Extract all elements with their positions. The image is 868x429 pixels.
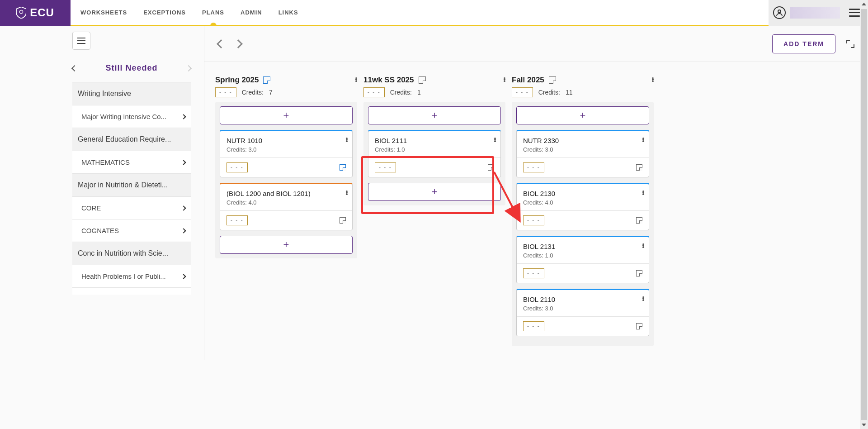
- credits-label: Credits:: [538, 89, 560, 96]
- sidebar-item[interactable]: Advanced Vitamins and Mi...: [72, 288, 191, 295]
- nav-admin[interactable]: ADMIN: [241, 0, 262, 25]
- course-card[interactable]: NUTR 2330 Credits: 3.0 - - -: [516, 130, 649, 177]
- add-course-button[interactable]: +: [220, 236, 353, 254]
- course-title: NUTR 1010: [226, 137, 346, 144]
- sidebar-group[interactable]: Major in Nutrition & Dieteti...: [72, 174, 191, 197]
- next-term-button[interactable]: [234, 39, 243, 48]
- status-box[interactable]: - - -: [523, 268, 544, 278]
- nav-exceptions[interactable]: EXCEPTIONS: [143, 0, 186, 25]
- term-menu-button[interactable]: [504, 76, 505, 84]
- add-course-button[interactable]: +: [368, 106, 501, 124]
- note-icon[interactable]: [263, 76, 270, 84]
- course-card[interactable]: BIOL 2110 Credits: 3.0 - - -: [516, 289, 649, 336]
- note-icon[interactable]: [419, 76, 426, 84]
- sidebar-group[interactable]: Conc in Nutrition with Scie...: [72, 242, 191, 265]
- course-title: BIOL 2131: [523, 243, 642, 250]
- page-scrollbar[interactable]: [860, 0, 868, 360]
- add-course-button[interactable]: +: [368, 183, 501, 201]
- sidebar-group[interactable]: General Education Require...: [72, 128, 191, 151]
- course-credits: Credits: 3.0: [226, 146, 346, 153]
- course-menu-button[interactable]: [494, 136, 496, 144]
- course-menu-button[interactable]: [642, 189, 644, 197]
- course-title: BIOL 2130: [523, 190, 642, 197]
- next-section-button[interactable]: [185, 65, 192, 71]
- sidebar-item[interactable]: COGNATES: [72, 219, 191, 242]
- sidebar-title: Still Needed: [105, 63, 157, 73]
- status-box[interactable]: - - -: [363, 87, 385, 97]
- course-title: BIOL 2111: [375, 137, 494, 144]
- prev-section-button[interactable]: [71, 65, 78, 71]
- sidebar-scroll[interactable]: Writing Intensive Major Writing Intensiv…: [72, 82, 191, 295]
- status-box[interactable]: - - -: [523, 215, 544, 225]
- note-icon[interactable]: [636, 323, 642, 329]
- status-box[interactable]: - - -: [375, 162, 396, 172]
- sidebar-item[interactable]: MATHEMATICS: [72, 151, 191, 174]
- status-box[interactable]: - - -: [523, 162, 544, 172]
- sidebar-group[interactable]: Writing Intensive: [72, 82, 191, 105]
- add-term-button[interactable]: ADD TERM: [772, 34, 835, 53]
- credits-label: Credits:: [390, 89, 412, 96]
- note-icon[interactable]: [549, 76, 556, 84]
- plus-icon: +: [283, 239, 289, 251]
- add-course-button[interactable]: +: [516, 106, 649, 124]
- sidebar-item[interactable]: CORE: [72, 197, 191, 219]
- term-title: Fall 2025: [512, 76, 544, 85]
- sidebar-item-label: Health Problems I or Publi...: [81, 272, 182, 280]
- status-box[interactable]: - - -: [215, 87, 236, 97]
- note-icon[interactable]: [488, 164, 494, 171]
- main-header: ADD TERM: [204, 26, 868, 62]
- plus-icon: +: [283, 110, 289, 121]
- note-icon[interactable]: [340, 164, 346, 171]
- sidebar-toggle-button[interactable]: [72, 32, 90, 50]
- note-icon[interactable]: [636, 164, 642, 171]
- course-title: NUTR 2330: [523, 137, 642, 144]
- course-menu-button[interactable]: [346, 136, 348, 144]
- term-title: 11wk SS 2025: [363, 76, 414, 85]
- course-card[interactable]: BIOL 2130 Credits: 4.0 - - -: [516, 183, 649, 230]
- course-credits: Credits: 3.0: [523, 146, 642, 153]
- note-icon[interactable]: [636, 217, 642, 224]
- sidebar-item-label: Major Writing Intensive Co...: [81, 113, 182, 120]
- nav-links[interactable]: LINKS: [278, 0, 298, 25]
- user-avatar-icon[interactable]: [773, 6, 786, 19]
- course-card[interactable]: NUTR 1010 Credits: 3.0 - - -: [220, 130, 353, 177]
- course-menu-button[interactable]: [642, 242, 644, 250]
- course-menu-button[interactable]: [642, 136, 644, 144]
- term-menu-button[interactable]: [652, 76, 654, 84]
- sidebar: Still Needed Writing Intensive Major Wri…: [72, 26, 204, 295]
- status-box[interactable]: - - -: [226, 215, 248, 225]
- sidebar-item[interactable]: Health Problems I or Publi...: [72, 265, 191, 288]
- plus-icon: +: [432, 110, 438, 121]
- scroll-up-button[interactable]: [860, 0, 868, 8]
- status-box[interactable]: - - -: [512, 87, 533, 97]
- username-display[interactable]: [790, 7, 840, 19]
- sidebar-item-label: CORE: [81, 204, 182, 212]
- status-box[interactable]: - - -: [523, 321, 544, 331]
- note-icon[interactable]: [340, 217, 346, 224]
- nav-worksheets[interactable]: WORKSHEETS: [80, 0, 127, 25]
- prev-term-button[interactable]: [217, 39, 226, 48]
- nav-plans[interactable]: PLANS: [202, 0, 224, 25]
- brand-logo[interactable]: ECU: [0, 0, 71, 26]
- menu-icon[interactable]: [849, 9, 860, 17]
- scroll-thumb[interactable]: [861, 9, 867, 360]
- main-container: Still Needed Writing Intensive Major Wri…: [0, 26, 868, 360]
- brand-text: ECU: [30, 6, 54, 19]
- sidebar-item[interactable]: Major Writing Intensive Co...: [72, 105, 191, 128]
- sidebar-header: Still Needed: [72, 58, 191, 82]
- course-menu-button[interactable]: [346, 189, 348, 197]
- note-icon[interactable]: [636, 270, 642, 276]
- course-card[interactable]: (BIOL 1200 and BIOL 1201) Credits: 4.0 -…: [220, 183, 353, 230]
- term-title: Spring 2025: [215, 76, 259, 85]
- terms-wrap: Spring 2025 - - - Credits: 7 +: [204, 62, 868, 360]
- person-icon: [776, 9, 783, 16]
- term-menu-button[interactable]: [355, 76, 357, 84]
- course-card[interactable]: BIOL 2111 Credits: 1.0 - - -: [368, 130, 501, 177]
- add-course-button[interactable]: +: [220, 106, 353, 124]
- course-card[interactable]: BIOL 2131 Credits: 1.0 - - -: [516, 236, 649, 283]
- status-box[interactable]: - - -: [226, 162, 248, 172]
- credits-value: 11: [566, 89, 573, 96]
- course-menu-button[interactable]: [642, 295, 644, 303]
- credits-label: Credits:: [242, 89, 264, 96]
- expand-icon[interactable]: [846, 40, 854, 48]
